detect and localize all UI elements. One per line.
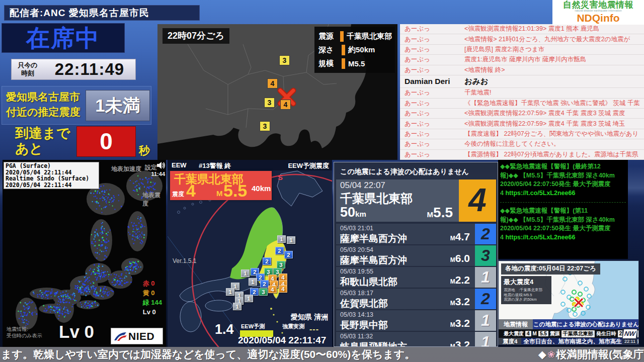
hypocenter-info-box: 震源 千葉県北東部 深さ 約50km 規模 M5.5	[314, 27, 395, 73]
eew-label: EEW	[172, 161, 187, 169]
kyoshin-info-box: PGA (Surface) 2020/05/04 22:11:44 Realti…	[4, 162, 99, 189]
region-intensity-marker: 4	[280, 100, 291, 110]
chat-message: あーぶっ<強震観測震度情報21:01:39> 震度1 熊本 鹿児島	[400, 24, 644, 34]
eew-intensity-badge: 2	[260, 280, 269, 288]
arrival-countdown-value: 0	[76, 126, 136, 157]
arrival-countdown-label: 到達まで あと	[15, 126, 70, 157]
quake-depth: 50km	[340, 205, 366, 220]
chat-message: あーぶっ<地震情報 終>	[400, 65, 644, 75]
eew-station-name: 愛知県 清洲	[291, 313, 328, 322]
chat-message: あーぶっ千葉地震!	[400, 88, 644, 98]
quake-intensity-badge: 1	[475, 310, 496, 331]
tsunami-note: この地震による津波の心配はありません	[340, 167, 469, 176]
info-label: 震源	[318, 32, 340, 41]
region-intensity-marker: 3	[264, 98, 275, 108]
current-time: 22:11:49	[44, 60, 135, 79]
eew-intensity-badge: 1	[226, 288, 234, 296]
channel-logo: 自然災害地震情報 natural disaster earthquake inf…	[552, 0, 644, 25]
estimated-intensity-label: 愛知県名古屋市 付近の推定震度	[6, 89, 80, 120]
info-label: 深さ	[318, 45, 342, 55]
ticker-text: ます。乾燥しやすい室内では加湿器などを使って、適切な湿度(50〜60%)を保ちま…	[0, 347, 415, 361]
eew-intensity-badge: 1	[287, 236, 295, 244]
station-count-legend: 赤 0 黄 0 緑 144 Lv 0	[143, 279, 162, 317]
eew-intensity-badge: 1	[277, 235, 286, 243]
minimap-tsunami-note: この地震による津波の心配はありません	[533, 319, 639, 329]
earthquake-entry[interactable]: 05/03 11:32 岐阜県飛騨地方 M3.2 1	[336, 332, 496, 347]
tweet: ◆◆緊急地震速報【警報】(最終第12 報)◆◆ 【M5.5】千葉県北東部 深さ4…	[500, 162, 626, 198]
eew-intensity-badge: 1	[233, 303, 242, 310]
eew-intensity-badge: 1	[241, 269, 250, 277]
live-chat-panel[interactable]: あーぶっ<強震観測震度情報21:01:39> 震度1 熊本 鹿児島 あーぶっ<地…	[400, 24, 644, 160]
clock-box: 只今の 時刻 22:11:49	[11, 59, 136, 80]
chat-message: あーぶっ【震源情報】 22時07分頃地震がありました。震源地は千葉県	[400, 150, 644, 160]
earthquake-entry[interactable]: 05/03 18:17 佐賀県北部 M3.2 2	[336, 289, 496, 309]
s-wave-label: S	[278, 173, 283, 182]
orange-bar	[342, 45, 345, 55]
eew-intensity-badge: 3	[259, 288, 268, 296]
quake-intensity-badge: 3	[475, 245, 496, 266]
news-logo: NW 22:11	[622, 328, 637, 344]
chat-message: あーぶっ震度1:鹿児島市 薩摩川内市 薩摩川内市甑島	[400, 55, 644, 65]
tweet-link[interactable]: https://t.co/5LxL2nee66	[505, 234, 575, 241]
eew-tweet-feed[interactable]: ◆◆緊急地震速報【警報】(最終第12 報)◆◆ 【M5.5】千葉県北東部 深さ4…	[498, 160, 628, 259]
quake-intensity-badge: 1	[475, 332, 496, 347]
eew-forecast-label: EEW予測	[241, 323, 265, 330]
earthquake-entry[interactable]: 05/03 14:13 長野県中部 M3.2 1	[336, 310, 496, 331]
kyoshin-monitor-panel: PGA (Surface) 2020/05/04 22:11:44 Realti…	[3, 160, 166, 347]
eew-intensity-badge: 4	[268, 286, 277, 293]
recent-earthquakes-panel: この地震による津波の心配はありません 05/04 22:07 千葉県北東部 50…	[334, 162, 498, 347]
eew-intensity-badge: 2	[275, 247, 284, 254]
eew-intensity-badge: 3	[277, 261, 285, 268]
nied-logo: NIED	[111, 328, 163, 344]
earthquake-entry[interactable]: 05/03 20:54 薩摩半島西方沖 M6.0 3	[336, 245, 496, 266]
clock-label: 只今の 時刻	[12, 61, 44, 78]
chat-message: あーぶっ<強震観測震度情報22:07:59> 震度4 千葉 震度3 茨城 埼玉	[400, 119, 644, 129]
minimap-info-box: 最大震度4 震源地 :千葉県北東部 地震の規模:M5.5 震源の深さ:約50km	[501, 276, 551, 304]
kyoshin-level-value: Lv 0	[59, 322, 94, 342]
tweet-link[interactable]: https://t.co/5LxL2nee66	[505, 190, 575, 197]
chat-message: あーぶっ<強震観測震度情報22:07:59> 震度4 千葉 震度3 茨城 震度	[400, 109, 644, 119]
eew-shindo-label: 震度	[172, 190, 184, 199]
eew-observed-label: 強震実測	[282, 323, 304, 330]
quake-time-label: 22時07分ごろ	[163, 28, 229, 44]
eew-intensity-badge: 1	[249, 278, 257, 286]
eew-panel: EEW #13警報 終 EEW予測震度 千葉県北東部 震度 4 M 5.5 40…	[168, 160, 332, 347]
current-earthquake-entry[interactable]: 05/04 22:07 千葉県北東部 50km M5.5 4	[336, 179, 496, 222]
quake-intensity-badge: 2	[475, 224, 496, 244]
eew-local-value: 1.4	[215, 322, 234, 337]
eew-intensity-badge: 2	[263, 257, 271, 265]
eew-shindo-value: 4	[186, 181, 196, 201]
info-value: 千葉県北東部	[347, 32, 392, 41]
info-label: 規模	[318, 59, 342, 68]
tweet: ◆◆緊急地震速報【警報】(第11 報)◆◆ 【M5.5】千葉県北東部 深さ40k…	[500, 207, 626, 242]
chat-message: あーぶっ[鹿児島県] 震度2:南さつま市	[400, 45, 644, 55]
chat-message: あーぶっ【震度速報】 22時07分ごろ、関東地方でやや強い地震があり	[400, 129, 644, 139]
minimap-stats-row: 最大震度4 M5.5 震源千葉県北東部 発生日時22:07頃	[499, 329, 639, 338]
region-intensity-marker: 4	[267, 78, 278, 88]
earthquake-entry[interactable]: 05/03 19:55 和歌山県北部 M2.2 1	[336, 267, 496, 288]
region-intensity-marker: 3	[260, 121, 270, 131]
quake-info-tab: 地震情報	[499, 319, 533, 329]
max-intensity: 最大震度4	[504, 278, 549, 287]
region-intensity-marker: 3	[279, 55, 290, 65]
eew-intensity-badge: 2	[284, 251, 293, 258]
info-value: M5.5	[348, 59, 365, 68]
orange-bar	[340, 31, 344, 42]
info-value: 約50km	[348, 45, 375, 55]
logo-subtitle: natural disaster earthquake information	[557, 9, 639, 12]
kyoshin-note: 地震情報: 受信時のみ表示	[7, 326, 42, 339]
orange-bar	[342, 58, 345, 69]
kyoshin-clock: 11:44	[151, 171, 165, 177]
quake-intensity-badge: 2	[475, 289, 496, 309]
cherry-blossom-icon: ❀	[547, 349, 555, 360]
surface-intensity-label: 地表震度	[142, 191, 166, 208]
quake-intensity-badge: 4	[459, 179, 496, 222]
nied-swoosh-icon	[113, 330, 128, 342]
eew-version: Ver.1.5.1	[173, 257, 196, 264]
speaker-icon[interactable]	[156, 161, 166, 169]
earthquake-entry[interactable]: 05/03 21:01 薩摩半島西方沖 M4.7 2	[336, 224, 496, 244]
stream-frame: 配信者:ANC 愛知県名古屋市民 在席中 只今の 時刻 22:11:49 愛知県…	[0, 0, 644, 362]
eew-intensity-badge: 4	[279, 285, 287, 293]
eew-mag-label: M	[216, 189, 223, 198]
chat-message: あーぶっ<地震情報> 21時01分ごろ、九州地方で最大震度2の地震が	[400, 34, 644, 44]
